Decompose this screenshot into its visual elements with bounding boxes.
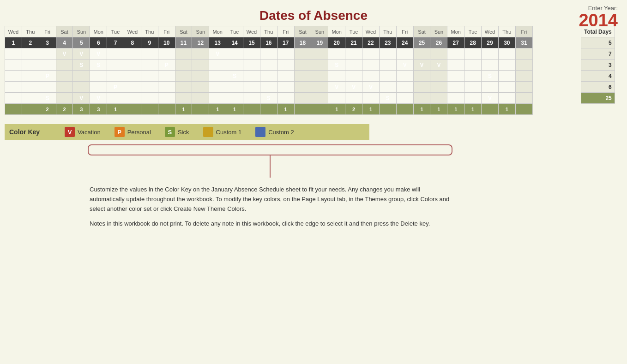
cell-r3-c28 bbox=[482, 82, 499, 93]
cell-r2-c26 bbox=[447, 71, 464, 82]
day-header-2: Fri bbox=[39, 26, 56, 37]
key-item-sick: S Sick bbox=[165, 127, 189, 137]
date-header-4: 4 bbox=[56, 37, 73, 48]
cell-r5-c15 bbox=[260, 104, 277, 115]
day-header-21: Wed bbox=[362, 26, 380, 37]
cell-r3-c3 bbox=[56, 82, 73, 93]
color-key-title: Color Key bbox=[9, 128, 55, 136]
color-key: Color Key V Vacation P Personal S Sick C… bbox=[5, 124, 369, 140]
date-header-17: 17 bbox=[277, 37, 294, 48]
cell-r0-c20 bbox=[345, 48, 362, 60]
day-header-6: Tue bbox=[107, 26, 124, 37]
cell-r4-c30 bbox=[515, 93, 532, 104]
cell-r2-c11 bbox=[192, 71, 209, 82]
year-value[interactable]: 2014 bbox=[579, 12, 618, 29]
cell-r0-c22 bbox=[379, 48, 396, 60]
cell-r5-c6: 1 bbox=[107, 104, 124, 115]
cell-r2-c28: S bbox=[482, 71, 499, 82]
cell-r3-c18 bbox=[311, 82, 328, 93]
date-header-6: 6 bbox=[90, 37, 107, 48]
day-header-11: Sun bbox=[192, 26, 209, 37]
cell-r4-c16 bbox=[277, 93, 294, 104]
date-header-15: 15 bbox=[243, 37, 260, 48]
cell-r5-c9 bbox=[158, 104, 175, 115]
cell-r2-c14 bbox=[243, 71, 260, 82]
cell-r4-c12 bbox=[209, 93, 226, 104]
cell-r1-c8 bbox=[141, 60, 158, 71]
cell-r1-c13 bbox=[226, 60, 243, 71]
date-header-11: 11 bbox=[175, 37, 192, 48]
day-header-10: Sat bbox=[175, 26, 192, 37]
cell-r1-c24: V bbox=[413, 60, 430, 71]
cell-r5-c5: 3 bbox=[90, 104, 107, 115]
cell-r2-c27 bbox=[464, 71, 482, 82]
cell-r4-c11 bbox=[192, 93, 209, 104]
date-header-3: 3 bbox=[39, 37, 56, 48]
day-header-27: Tue bbox=[464, 26, 482, 37]
cell-r0-c3: V bbox=[56, 48, 73, 60]
cell-r3-c6: P bbox=[107, 82, 124, 93]
date-header-28: 28 bbox=[464, 37, 482, 48]
cell-r4-c18 bbox=[311, 93, 328, 104]
cell-r3-c30 bbox=[515, 82, 532, 93]
cell-r3-c24 bbox=[413, 82, 430, 93]
cell-r4-c27 bbox=[464, 93, 482, 104]
date-header-12: 12 bbox=[192, 37, 209, 48]
cell-r2-c10 bbox=[175, 71, 192, 82]
cell-r4-c22: S bbox=[379, 93, 396, 104]
cell-r3-c10 bbox=[175, 82, 192, 93]
cell-r1-c30 bbox=[515, 60, 532, 71]
cell-r4-c15: S bbox=[260, 93, 277, 104]
callout-tail-svg bbox=[178, 155, 362, 178]
cell-r0-c1 bbox=[22, 48, 39, 60]
personal-label: Personal bbox=[127, 129, 151, 136]
cell-r1-c0 bbox=[5, 60, 22, 71]
cell-r2-c1 bbox=[22, 71, 39, 82]
cell-r0-c19 bbox=[328, 48, 345, 60]
date-header-24: 24 bbox=[396, 37, 413, 48]
cell-r5-c23 bbox=[396, 104, 413, 115]
cell-r3-c19: V bbox=[328, 82, 345, 93]
cell-r0-c23 bbox=[396, 48, 413, 60]
calendar-table: WedThuFriSatSunMonTueWedThuFriSatSunMonT… bbox=[5, 26, 533, 115]
callout-container: Customize the values in the Color Key on… bbox=[88, 144, 452, 229]
cell-r1-c9: P bbox=[158, 60, 175, 71]
date-header-31: 31 bbox=[515, 37, 532, 48]
date-header-14: 14 bbox=[226, 37, 243, 48]
custom2-box bbox=[255, 127, 265, 137]
sick-label: Sick bbox=[178, 129, 189, 136]
day-header-12: Mon bbox=[209, 26, 226, 37]
day-header-18: Sun bbox=[311, 26, 328, 37]
cell-r3-c27 bbox=[464, 82, 482, 93]
vacation-box: V bbox=[65, 127, 75, 137]
date-header-16: 16 bbox=[260, 37, 277, 48]
cell-r1-c12 bbox=[209, 60, 226, 71]
day-header-13: Tue bbox=[226, 26, 243, 37]
cell-r4-c4: V bbox=[73, 93, 90, 104]
cell-r5-c22 bbox=[379, 104, 396, 115]
totals-body: 5734625 bbox=[581, 37, 615, 104]
cell-r5-c1 bbox=[22, 104, 39, 115]
cell-r4-c23 bbox=[396, 93, 413, 104]
date-header-5: 5 bbox=[73, 37, 90, 48]
cell-r1-c17 bbox=[294, 60, 311, 71]
cell-r4-c8 bbox=[141, 93, 158, 104]
cell-r3-c11 bbox=[192, 82, 209, 93]
cell-r3-c9 bbox=[158, 82, 175, 93]
calendar-scroll: WedThuFriSatSunMonTueWedThuFriSatSunMonT… bbox=[5, 26, 579, 115]
cell-r5-c20: 2 bbox=[345, 104, 362, 115]
cell-r0-c16 bbox=[277, 48, 294, 60]
cell-r2-c20 bbox=[345, 71, 362, 82]
cell-r3-c8 bbox=[141, 82, 158, 93]
cell-r3-c12 bbox=[209, 82, 226, 93]
cell-r5-c28 bbox=[482, 104, 499, 115]
cell-r2-c21 bbox=[362, 71, 380, 82]
cell-r5-c18 bbox=[311, 104, 328, 115]
cell-r4-c17 bbox=[294, 93, 311, 104]
date-header-2: 2 bbox=[22, 37, 39, 48]
cell-r4-c10 bbox=[175, 93, 192, 104]
day-header-14: Wed bbox=[243, 26, 260, 37]
cell-r0-c24 bbox=[413, 48, 430, 60]
date-header-23: 23 bbox=[379, 37, 396, 48]
cell-r0-c15 bbox=[260, 48, 277, 60]
